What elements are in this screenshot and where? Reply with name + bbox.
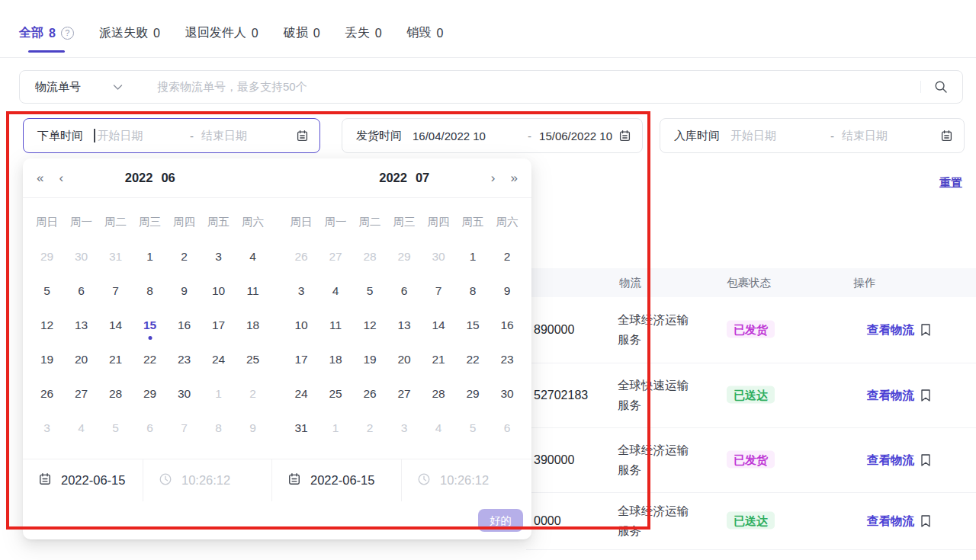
- calendar-day[interactable]: 15: [133, 308, 167, 342]
- calendar-day[interactable]: 4: [64, 411, 98, 445]
- calendar-day[interactable]: 1: [319, 411, 353, 445]
- calendar-day[interactable]: 25: [236, 342, 270, 376]
- calendar-day[interactable]: 25: [319, 376, 353, 411]
- calendar-day[interactable]: 29: [30, 239, 64, 274]
- calendar-day[interactable]: 11: [236, 274, 270, 308]
- calendar-day[interactable]: 17: [284, 342, 319, 376]
- calendar-day[interactable]: 22: [133, 342, 167, 376]
- calendar-day[interactable]: 30: [64, 239, 98, 274]
- calendar-day[interactable]: 18: [319, 342, 353, 376]
- calendar-day[interactable]: 4: [422, 411, 456, 445]
- calendar-day[interactable]: 9: [167, 274, 201, 308]
- calendar-day[interactable]: 26: [30, 376, 64, 411]
- calendar-day[interactable]: 21: [422, 342, 456, 376]
- next-month-icon[interactable]: ›: [491, 171, 496, 186]
- calendar-day[interactable]: 3: [284, 274, 319, 308]
- calendar-day[interactable]: 20: [64, 342, 98, 376]
- time-input-end[interactable]: 10:26:12: [402, 459, 531, 501]
- calendar-day[interactable]: 27: [387, 376, 422, 411]
- calendar-day[interactable]: 30: [167, 376, 201, 411]
- view-logistics-link[interactable]: 查看物流: [867, 322, 914, 338]
- calendar-day[interactable]: 23: [490, 342, 525, 376]
- date-input-end[interactable]: 2022-06-15: [272, 459, 402, 501]
- calendar-day[interactable]: 2: [490, 239, 525, 274]
- calendar-day[interactable]: 1: [456, 239, 490, 274]
- calendar-day[interactable]: 26: [284, 239, 319, 274]
- calendar-day[interactable]: 20: [387, 342, 422, 376]
- calendar-day[interactable]: 19: [353, 342, 387, 376]
- calendar-day[interactable]: 19: [30, 342, 64, 376]
- calendar-day[interactable]: 31: [98, 239, 133, 274]
- calendar-day[interactable]: 7: [167, 411, 201, 445]
- calendar-day[interactable]: 30: [422, 239, 456, 274]
- calendar-day[interactable]: 9: [236, 411, 270, 445]
- calendar-day[interactable]: 27: [319, 239, 353, 274]
- ship-time-range-picker[interactable]: 发货时间 16/04/2022 10 - 15/06/2022 10: [342, 118, 643, 153]
- calendar-day[interactable]: 7: [98, 274, 133, 308]
- ship-time-start-input[interactable]: 16/04/2022 10: [413, 130, 520, 142]
- view-logistics-link[interactable]: 查看物流: [867, 514, 914, 530]
- search-input[interactable]: 搜索物流单号，最多支持50个: [157, 80, 920, 94]
- calendar-day[interactable]: 30: [490, 376, 525, 411]
- help-icon[interactable]: ?: [61, 27, 74, 40]
- ok-button[interactable]: 好的: [478, 509, 523, 532]
- inbound-time-end-input[interactable]: 结束日期: [842, 129, 934, 143]
- tab-破损[interactable]: 破损0: [284, 25, 320, 53]
- calendar-day[interactable]: 27: [64, 376, 98, 411]
- calendar-day[interactable]: 12: [30, 308, 64, 342]
- calendar-day[interactable]: 5: [30, 274, 64, 308]
- calendar-day[interactable]: 6: [387, 274, 422, 308]
- calendar-day[interactable]: 4: [319, 274, 353, 308]
- calendar-day[interactable]: 16: [167, 308, 201, 342]
- calendar-day[interactable]: 10: [201, 274, 236, 308]
- calendar-day[interactable]: 1: [133, 239, 167, 274]
- bookmark-icon[interactable]: [920, 515, 931, 528]
- calendar-day[interactable]: 2: [236, 376, 270, 411]
- calendar-day[interactable]: 6: [490, 411, 525, 445]
- tab-丢失[interactable]: 丢失0: [345, 25, 382, 53]
- calendar-day[interactable]: 2: [167, 239, 201, 274]
- prev-month-icon[interactable]: ‹: [59, 171, 63, 186]
- calendar-day[interactable]: 28: [422, 376, 456, 411]
- tab-销毁[interactable]: 销毁0: [407, 25, 444, 53]
- calendar-day[interactable]: 7: [422, 274, 456, 308]
- calendar-day[interactable]: 23: [167, 342, 201, 376]
- calendar-day[interactable]: 5: [353, 274, 387, 308]
- calendar-day[interactable]: 8: [201, 411, 236, 445]
- date-input-start[interactable]: 2022-06-15: [23, 459, 143, 501]
- time-input-start[interactable]: 10:26:12: [143, 459, 272, 501]
- view-logistics-link[interactable]: 查看物流: [867, 453, 914, 469]
- calendar-icon[interactable]: [618, 130, 631, 142]
- calendar-day[interactable]: 17: [201, 308, 236, 342]
- calendar-day[interactable]: 14: [422, 308, 456, 342]
- calendar-day[interactable]: 10: [284, 308, 319, 342]
- calendar-day[interactable]: 3: [30, 411, 64, 445]
- order-time-range-picker[interactable]: 下单时间 开始日期 - 结束日期: [23, 118, 320, 153]
- bookmark-icon[interactable]: [920, 324, 931, 337]
- calendar-day[interactable]: 3: [201, 239, 236, 274]
- ship-time-end-input[interactable]: 15/06/2022 10: [539, 130, 612, 142]
- calendar-day[interactable]: 1: [201, 376, 236, 411]
- calendar-day[interactable]: 12: [353, 308, 387, 342]
- order-time-start-input[interactable]: 开始日期: [94, 129, 182, 143]
- inbound-time-start-input[interactable]: 开始日期: [730, 129, 823, 143]
- calendar-day[interactable]: 13: [64, 308, 98, 342]
- calendar-day[interactable]: 24: [201, 342, 236, 376]
- calendar-day[interactable]: 6: [133, 411, 167, 445]
- calendar-day[interactable]: 13: [387, 308, 422, 342]
- calendar-day[interactable]: 29: [133, 376, 167, 411]
- calendar-day[interactable]: 11: [319, 308, 353, 342]
- calendar-day[interactable]: 5: [98, 411, 133, 445]
- view-logistics-link[interactable]: 查看物流: [867, 388, 914, 404]
- prev-year-icon[interactable]: «: [37, 171, 43, 186]
- next-year-icon[interactable]: »: [511, 171, 518, 186]
- bookmark-icon[interactable]: [920, 454, 931, 467]
- order-time-end-input[interactable]: 结束日期: [201, 129, 290, 143]
- calendar-day[interactable]: 2: [353, 411, 387, 445]
- calendar-day[interactable]: 29: [387, 239, 422, 274]
- calendar-day[interactable]: 15: [456, 308, 490, 342]
- search-icon[interactable]: [933, 79, 949, 94]
- calendar-day[interactable]: 31: [284, 411, 319, 445]
- calendar-day[interactable]: 4: [236, 239, 270, 274]
- calendar-day[interactable]: 14: [98, 308, 133, 342]
